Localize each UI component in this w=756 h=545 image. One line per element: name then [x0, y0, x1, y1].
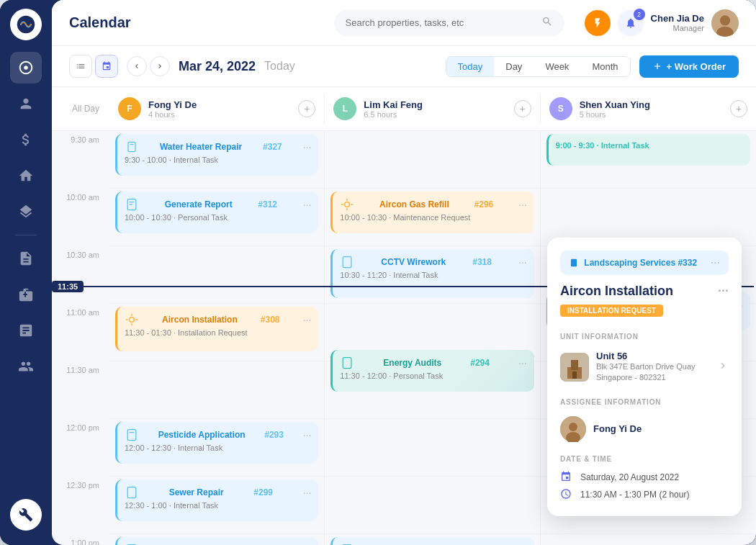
list-view-btn[interactable] [69, 55, 92, 78]
period-day-btn[interactable]: Day [494, 57, 534, 76]
time-row: 11:30 AM - 1:30 PM (2 hour) [560, 486, 729, 503]
time-100: 1:00 pm [52, 534, 109, 545]
tools-button[interactable] [10, 499, 42, 531]
date-row: Saturday, 20 August 2022 [560, 469, 729, 486]
unit-row[interactable]: Unit 56 Blk 347E Barton Drive QuaySingap… [560, 346, 729, 388]
assignee-name-2: Lim Kai Feng [364, 99, 506, 110]
detail-panel: Landscaping Services #332 ··· Aircon Ins… [547, 238, 742, 516]
time-1230: 12:30 pm [52, 477, 109, 534]
allday-columns: F Fong Yi De 4 hours + L Lim Kai Feng 6.… [109, 94, 756, 123]
assignee-row: Fong Yi De [560, 412, 729, 446]
detail-menu-dots[interactable]: ··· [718, 284, 729, 299]
app-logo[interactable] [10, 9, 42, 40]
svg-point-1 [24, 66, 28, 70]
svg-point-28 [569, 423, 577, 431]
task-plumbing[interactable]: Plumbing Services #297 ··· 1:00 - 1:30 ·… [330, 537, 534, 545]
sidebar-item-people[interactable] [10, 88, 42, 120]
svg-rect-18 [343, 257, 351, 268]
time-1130: 11:30 am [52, 361, 109, 419]
time-1030: 10:30 am [52, 246, 109, 304]
work-order-button[interactable]: + Work Order [639, 55, 739, 78]
add-task-btn-1[interactable]: + [298, 100, 315, 117]
unit-section-title: UNIT INFORMATION [560, 333, 729, 341]
svg-rect-22 [571, 259, 577, 267]
notification-lightning-btn[interactable] [585, 10, 611, 36]
task-sewer-repair[interactable]: Sewer Repair #299 ··· 12:30 - 1:00 · Int… [115, 479, 318, 521]
svg-rect-25 [571, 360, 578, 370]
svg-point-3 [720, 15, 730, 25]
svg-rect-26 [572, 371, 577, 379]
time-1100: 11:00 am [52, 304, 109, 361]
time-labels: 9:30 am 10:00 am 10:30 am 11:00 am 11:30… [52, 131, 109, 545]
sidebar-item-layers[interactable] [10, 196, 42, 228]
sidebar-item-documents[interactable] [10, 243, 42, 274]
sidebar [0, 0, 52, 545]
svg-point-10 [130, 317, 135, 323]
task-generate-report-2[interactable]: Generate Report #312 ··· 1:00 - 1:30 · P… [115, 537, 318, 545]
svg-point-17 [345, 202, 350, 207]
sidebar-item-inventory[interactable] [10, 279, 42, 310]
page-title: Calendar [69, 14, 131, 31]
notification-bell-btn[interactable]: 2 [618, 10, 644, 36]
add-task-btn-2[interactable]: + [514, 100, 531, 117]
period-buttons: Today Day Week Month [446, 56, 631, 77]
time-1200: 12:00 pm [52, 419, 109, 477]
svg-rect-11 [127, 430, 136, 441]
prev-btn[interactable] [127, 56, 147, 76]
task-internal-top[interactable]: 9:00 - 9:30 · Internal Task [546, 134, 750, 166]
datetime-section-title: DATE & TIME [560, 455, 729, 463]
date-nav-btns [127, 56, 170, 76]
detail-date: Saturday, 20 August 2022 [580, 472, 679, 482]
task-generate-report-1[interactable]: Generate Report #312 ··· 10:00 - 10:30 ·… [115, 192, 318, 233]
allday-col-3: S Shen Xuan Ying 5 hours + [541, 94, 756, 123]
task-aircon-gas-refill[interactable]: Aircon Gas Refill #296 ··· 10:00 - 10:30… [330, 192, 534, 233]
assignee-avatar-3: S [549, 97, 572, 120]
header-actions: 2 Chen Jia De Manager [585, 9, 739, 37]
sidebar-item-finance[interactable] [10, 124, 42, 156]
assignee-section-title: Assignee Information [560, 398, 729, 406]
assignee-hours-2: 6.5 hours [364, 110, 506, 119]
allday-col-1: F Fong Yi De 4 hours + [109, 94, 325, 123]
time-930: 9:30 am [52, 131, 109, 189]
task-pesticide[interactable]: Pesticide Application #293 ··· 12:00 - 1… [115, 422, 318, 464]
assignee-hours-1: 4 hours [148, 110, 291, 119]
sidebar-item-reports[interactable] [10, 315, 42, 346]
period-week-btn[interactable]: Week [534, 57, 580, 76]
allday-row: All Day F Fong Yi De 4 hours + L Lim Kai [52, 87, 756, 131]
period-today-btn[interactable]: Today [446, 57, 495, 76]
view-toggle-btns [69, 55, 118, 78]
svg-rect-13 [127, 487, 136, 498]
sidebar-item-properties[interactable] [10, 160, 42, 192]
detail-title: Aircon Installation ··· [560, 284, 729, 299]
calendar-view-btn[interactable] [95, 55, 118, 78]
time-1000: 10:00 am [52, 189, 109, 246]
task-water-heater[interactable]: Water Heater Repair #327 ··· 9:30 - 10:0… [115, 134, 318, 176]
search-input[interactable] [346, 17, 536, 28]
sidebar-item-team[interactable] [10, 351, 42, 382]
task-energy-audits[interactable]: Energy Audits #294 ··· 11:30 - 12:00 · P… [330, 350, 534, 392]
app-header: Calendar 2 Chen Jia De Manage [52, 0, 756, 46]
grid-col-1: Water Heater Repair #327 ··· 9:30 - 10:0… [109, 131, 325, 545]
user-avatar[interactable] [711, 9, 739, 37]
search-bar[interactable] [334, 10, 564, 36]
today-label: Today [264, 60, 295, 73]
user-info: Chen Jia De Manager [651, 9, 739, 37]
unit-chevron-icon[interactable] [717, 360, 729, 374]
period-month-btn[interactable]: Month [580, 57, 629, 76]
add-task-btn-3[interactable]: + [730, 100, 747, 117]
calendar-icon [560, 471, 573, 484]
sidebar-divider [15, 235, 37, 235]
grid-col-2: Aircon Gas Refill #296 ··· 10:00 - 10:30… [325, 131, 540, 545]
detail-top-dots[interactable]: ··· [711, 256, 720, 269]
task-aircon-installation[interactable]: Aircon Installation #308 ··· 11:30 - 01:… [115, 307, 318, 351]
user-name: Chen Jia De [651, 13, 704, 24]
assignee-name-3: Shen Xuan Ying [580, 99, 723, 110]
user-role: Manager [651, 24, 704, 32]
detail-top-card[interactable]: Landscaping Services #332 ··· [560, 251, 729, 275]
search-icon [541, 16, 553, 30]
assignee-avatar-2: L [333, 97, 356, 120]
allday-label: All Day [52, 94, 109, 123]
sidebar-item-dashboard[interactable] [10, 52, 42, 84]
allday-col-2: L Lim Kai Feng 6.5 hours + [325, 94, 540, 123]
next-btn[interactable] [150, 56, 170, 76]
